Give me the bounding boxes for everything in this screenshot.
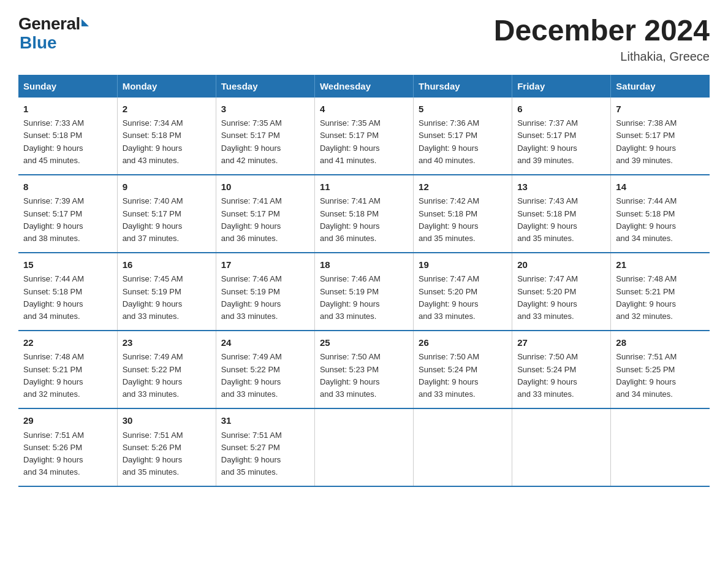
calendar-cell: 23Sunrise: 7:49 AMSunset: 5:22 PMDayligh… bbox=[117, 331, 216, 408]
day-number: 29 bbox=[23, 414, 112, 428]
calendar-cell: 8Sunrise: 7:39 AMSunset: 5:17 PMDaylight… bbox=[18, 175, 117, 253]
day-info: Sunrise: 7:46 AMSunset: 5:19 PMDaylight:… bbox=[320, 273, 408, 323]
day-info: Sunrise: 7:33 AMSunset: 5:18 PMDaylight:… bbox=[23, 117, 112, 167]
day-number: 1 bbox=[23, 102, 112, 117]
day-info: Sunrise: 7:43 AMSunset: 5:18 PMDaylight:… bbox=[517, 195, 605, 245]
day-number: 27 bbox=[517, 336, 605, 350]
calendar-cell bbox=[611, 408, 710, 486]
logo: General Blue bbox=[18, 15, 89, 53]
day-info: Sunrise: 7:50 AMSunset: 5:23 PMDaylight:… bbox=[320, 351, 408, 400]
calendar-week-row: 29Sunrise: 7:51 AMSunset: 5:26 PMDayligh… bbox=[18, 408, 710, 486]
day-info: Sunrise: 7:51 AMSunset: 5:26 PMDaylight:… bbox=[23, 429, 112, 479]
day-number: 21 bbox=[616, 258, 705, 272]
day-number: 3 bbox=[221, 102, 309, 117]
calendar-cell: 22Sunrise: 7:48 AMSunset: 5:21 PMDayligh… bbox=[18, 331, 117, 408]
day-info: Sunrise: 7:47 AMSunset: 5:20 PMDaylight:… bbox=[419, 273, 507, 323]
calendar-cell: 28Sunrise: 7:51 AMSunset: 5:25 PMDayligh… bbox=[611, 331, 710, 408]
calendar-cell: 2Sunrise: 7:34 AMSunset: 5:18 PMDaylight… bbox=[117, 98, 216, 175]
day-info: Sunrise: 7:46 AMSunset: 5:19 PMDaylight:… bbox=[221, 273, 309, 323]
calendar-header-row: SundayMondayTuesdayWednesdayThursdayFrid… bbox=[18, 75, 710, 98]
logo-triangle-icon bbox=[82, 19, 89, 26]
day-number: 16 bbox=[123, 258, 211, 272]
day-number: 23 bbox=[123, 336, 211, 350]
day-number: 2 bbox=[123, 102, 211, 117]
calendar-cell bbox=[414, 408, 512, 486]
day-number: 17 bbox=[221, 258, 309, 272]
calendar-cell: 18Sunrise: 7:46 AMSunset: 5:19 PMDayligh… bbox=[314, 253, 413, 331]
calendar-cell: 25Sunrise: 7:50 AMSunset: 5:23 PMDayligh… bbox=[314, 331, 413, 408]
day-info: Sunrise: 7:41 AMSunset: 5:18 PMDaylight:… bbox=[320, 195, 408, 245]
calendar-cell: 15Sunrise: 7:44 AMSunset: 5:18 PMDayligh… bbox=[18, 253, 117, 331]
day-info: Sunrise: 7:51 AMSunset: 5:27 PMDaylight:… bbox=[221, 429, 309, 479]
day-info: Sunrise: 7:47 AMSunset: 5:20 PMDaylight:… bbox=[517, 273, 605, 323]
calendar-cell: 12Sunrise: 7:42 AMSunset: 5:18 PMDayligh… bbox=[414, 175, 512, 253]
calendar-cell: 24Sunrise: 7:49 AMSunset: 5:22 PMDayligh… bbox=[216, 331, 314, 408]
calendar-cell: 4Sunrise: 7:35 AMSunset: 5:17 PMDaylight… bbox=[314, 98, 413, 175]
calendar-cell: 31Sunrise: 7:51 AMSunset: 5:27 PMDayligh… bbox=[216, 408, 314, 486]
day-number: 18 bbox=[320, 258, 408, 272]
day-info: Sunrise: 7:42 AMSunset: 5:18 PMDaylight:… bbox=[419, 195, 507, 245]
day-info: Sunrise: 7:37 AMSunset: 5:17 PMDaylight:… bbox=[517, 117, 605, 167]
day-info: Sunrise: 7:48 AMSunset: 5:21 PMDaylight:… bbox=[616, 273, 705, 323]
day-number: 4 bbox=[320, 102, 408, 117]
day-info: Sunrise: 7:34 AMSunset: 5:18 PMDaylight:… bbox=[123, 117, 211, 167]
calendar-cell bbox=[512, 408, 611, 486]
day-info: Sunrise: 7:50 AMSunset: 5:24 PMDaylight:… bbox=[517, 351, 605, 400]
day-info: Sunrise: 7:35 AMSunset: 5:17 PMDaylight:… bbox=[320, 117, 408, 167]
day-info: Sunrise: 7:44 AMSunset: 5:18 PMDaylight:… bbox=[616, 195, 705, 245]
day-number: 19 bbox=[419, 258, 507, 272]
day-number: 9 bbox=[123, 180, 211, 194]
title-area: December 2024 Lithakia, Greece bbox=[494, 15, 710, 64]
col-header-monday: Monday bbox=[117, 75, 216, 98]
calendar-cell: 14Sunrise: 7:44 AMSunset: 5:18 PMDayligh… bbox=[611, 175, 710, 253]
day-number: 24 bbox=[221, 336, 309, 350]
calendar-cell: 6Sunrise: 7:37 AMSunset: 5:17 PMDaylight… bbox=[512, 98, 611, 175]
calendar-cell: 3Sunrise: 7:35 AMSunset: 5:17 PMDaylight… bbox=[216, 98, 314, 175]
day-number: 22 bbox=[23, 336, 112, 350]
day-number: 30 bbox=[123, 414, 211, 428]
day-info: Sunrise: 7:38 AMSunset: 5:17 PMDaylight:… bbox=[616, 117, 705, 167]
calendar-week-row: 1Sunrise: 7:33 AMSunset: 5:18 PMDaylight… bbox=[18, 98, 710, 175]
day-info: Sunrise: 7:49 AMSunset: 5:22 PMDaylight:… bbox=[221, 351, 309, 400]
col-header-wednesday: Wednesday bbox=[314, 75, 413, 98]
logo-blue-text: Blue bbox=[20, 34, 57, 53]
calendar-cell: 29Sunrise: 7:51 AMSunset: 5:26 PMDayligh… bbox=[18, 408, 117, 486]
day-info: Sunrise: 7:45 AMSunset: 5:19 PMDaylight:… bbox=[123, 273, 211, 323]
calendar-cell: 17Sunrise: 7:46 AMSunset: 5:19 PMDayligh… bbox=[216, 253, 314, 331]
day-number: 13 bbox=[517, 180, 605, 194]
day-number: 11 bbox=[320, 180, 408, 194]
calendar-cell: 30Sunrise: 7:51 AMSunset: 5:26 PMDayligh… bbox=[117, 408, 216, 486]
day-number: 14 bbox=[616, 180, 705, 194]
calendar-cell: 13Sunrise: 7:43 AMSunset: 5:18 PMDayligh… bbox=[512, 175, 611, 253]
day-info: Sunrise: 7:40 AMSunset: 5:17 PMDaylight:… bbox=[123, 195, 211, 245]
calendar-cell: 1Sunrise: 7:33 AMSunset: 5:18 PMDaylight… bbox=[18, 98, 117, 175]
calendar-cell: 9Sunrise: 7:40 AMSunset: 5:17 PMDaylight… bbox=[117, 175, 216, 253]
calendar-week-row: 15Sunrise: 7:44 AMSunset: 5:18 PMDayligh… bbox=[18, 253, 710, 331]
day-info: Sunrise: 7:36 AMSunset: 5:17 PMDaylight:… bbox=[419, 117, 507, 167]
calendar-cell: 26Sunrise: 7:50 AMSunset: 5:24 PMDayligh… bbox=[414, 331, 512, 408]
day-info: Sunrise: 7:41 AMSunset: 5:17 PMDaylight:… bbox=[221, 195, 309, 245]
logo-general-text: General bbox=[18, 15, 80, 34]
calendar-cell bbox=[314, 408, 413, 486]
calendar-cell: 21Sunrise: 7:48 AMSunset: 5:21 PMDayligh… bbox=[611, 253, 710, 331]
calendar-cell: 11Sunrise: 7:41 AMSunset: 5:18 PMDayligh… bbox=[314, 175, 413, 253]
calendar-cell: 5Sunrise: 7:36 AMSunset: 5:17 PMDaylight… bbox=[414, 98, 512, 175]
col-header-sunday: Sunday bbox=[18, 75, 117, 98]
day-info: Sunrise: 7:51 AMSunset: 5:26 PMDaylight:… bbox=[123, 429, 211, 479]
page-header: General Blue December 2024 Lithakia, Gre… bbox=[18, 15, 710, 64]
calendar-cell: 27Sunrise: 7:50 AMSunset: 5:24 PMDayligh… bbox=[512, 331, 611, 408]
day-info: Sunrise: 7:51 AMSunset: 5:25 PMDaylight:… bbox=[616, 351, 705, 400]
col-header-friday: Friday bbox=[512, 75, 611, 98]
day-number: 15 bbox=[23, 258, 112, 272]
day-number: 7 bbox=[616, 102, 705, 117]
day-number: 5 bbox=[419, 102, 507, 117]
day-info: Sunrise: 7:50 AMSunset: 5:24 PMDaylight:… bbox=[419, 351, 507, 400]
day-number: 12 bbox=[419, 180, 507, 194]
calendar-cell: 19Sunrise: 7:47 AMSunset: 5:20 PMDayligh… bbox=[414, 253, 512, 331]
col-header-saturday: Saturday bbox=[611, 75, 710, 98]
day-number: 26 bbox=[419, 336, 507, 350]
calendar-week-row: 8Sunrise: 7:39 AMSunset: 5:17 PMDaylight… bbox=[18, 175, 710, 253]
calendar-cell: 16Sunrise: 7:45 AMSunset: 5:19 PMDayligh… bbox=[117, 253, 216, 331]
day-info: Sunrise: 7:49 AMSunset: 5:22 PMDaylight:… bbox=[123, 351, 211, 400]
day-number: 6 bbox=[517, 102, 605, 117]
